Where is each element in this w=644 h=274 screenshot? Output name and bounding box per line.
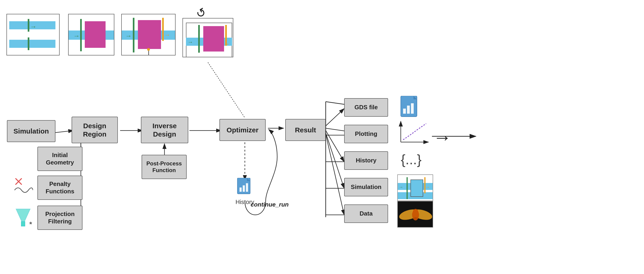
svg-rect-40 (243, 185, 245, 192)
svg-rect-44 (403, 108, 406, 114)
penalty-functions-label: PenaltyFunctions (46, 180, 74, 195)
svg-line-2 (53, 130, 74, 133)
gds-file-box: GDS file (344, 98, 388, 117)
inverse-design-label: InverseDesign (152, 122, 177, 138)
svg-line-30 (208, 62, 245, 118)
output-big-arrow: → (433, 128, 452, 147)
svg-marker-34 (16, 209, 30, 222)
simulation-label: Simulation (14, 127, 49, 136)
design-region-box: DesignRegion (72, 117, 118, 143)
simulation-output-label: Simulation (351, 184, 382, 190)
svg-rect-39 (240, 188, 242, 192)
curly-braces: {...} (401, 152, 422, 168)
svg-line-6 (326, 108, 344, 126)
continue-run-label: continue_run (250, 201, 289, 208)
data-output-label: Data (360, 210, 372, 217)
plotting-box: Plotting (344, 125, 388, 143)
thumbnail-3: → → (121, 14, 176, 56)
svg-line-8 (326, 130, 344, 162)
projection-icon: * (13, 207, 34, 230)
history-output-label: History (356, 157, 376, 164)
post-process-label: Post-ProcessFunction (146, 160, 182, 174)
optimizer-label: Optimizer (226, 126, 258, 134)
design-region-label: DesignRegion (83, 122, 106, 138)
simulation-box: Simulation (7, 120, 56, 142)
svg-point-51 (412, 209, 419, 220)
data-output-box: Data (344, 204, 388, 223)
data-result-icon (397, 201, 433, 228)
optimizer-box: Optimizer (220, 119, 266, 141)
penalty-functions-box: PenaltyFunctions (38, 176, 82, 200)
thumbnail-1: → (6, 14, 60, 56)
result-box: Result (285, 119, 326, 141)
svg-text:*: * (29, 220, 32, 228)
thumbnail-2: → (68, 14, 114, 56)
diagram-container: → → → → ↺ (0, 0, 644, 274)
post-process-box: Post-ProcessFunction (142, 155, 187, 179)
svg-rect-45 (407, 106, 410, 114)
svg-rect-41 (246, 183, 248, 192)
projection-filtering-box: ProjectionFiltering (38, 206, 82, 230)
initial-geometry-label: InitialGeometry (46, 152, 74, 166)
plotting-result-icon (397, 118, 432, 148)
thumbnail-4: ↺ → → (178, 6, 245, 64)
inverse-design-box: InverseDesign (141, 117, 188, 143)
simulation-output-box: Simulation (344, 178, 388, 196)
svg-line-10 (326, 134, 344, 215)
svg-rect-46 (411, 103, 414, 114)
gds-file-label: GDS file (354, 104, 378, 111)
penalty-icon (13, 176, 34, 200)
simulation-result-icon: → → (397, 174, 433, 201)
result-label: Result (295, 126, 316, 134)
svg-line-9 (326, 133, 344, 188)
history-result-icon: {...} (397, 148, 425, 171)
plotting-label: Plotting (355, 130, 378, 138)
initial-geometry-box: InitialGeometry (38, 147, 82, 171)
svg-rect-35 (21, 222, 25, 226)
history-output-box: History (344, 151, 388, 170)
projection-filtering-label: ProjectionFiltering (45, 210, 74, 225)
